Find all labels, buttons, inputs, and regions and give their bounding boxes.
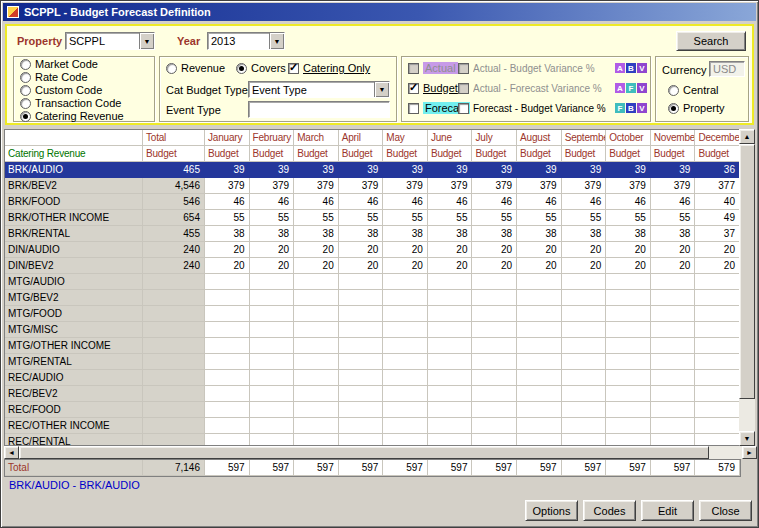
checkbox-actual-budget-variance[interactable]: Actual - Budget Variance %ABV (458, 58, 647, 78)
month-cell: 46 (205, 194, 250, 210)
vertical-scrollbar[interactable]: ▲ ▼ (739, 129, 755, 446)
table-row-mtg-audio[interactable]: MTG/AUDIO (5, 274, 740, 290)
month-cell (606, 322, 651, 338)
month-cell (294, 354, 339, 370)
month-cell (695, 386, 740, 402)
month-cell: 20 (517, 242, 562, 258)
vertical-scroll-thumb[interactable] (739, 144, 755, 399)
radio-revenue[interactable]: Revenue (166, 62, 225, 74)
month-cell (472, 370, 517, 386)
table-row-rec-rental[interactable]: REC/RENTAL (5, 434, 740, 446)
search-button[interactable]: Search (676, 31, 746, 51)
month-cell (428, 354, 473, 370)
month-cell (695, 354, 740, 370)
month-cell: 39 (517, 162, 562, 178)
radio-transaction-code[interactable]: Transaction Code (14, 97, 154, 109)
column-header-april: April (339, 130, 384, 146)
month-cell: 20 (562, 258, 607, 274)
month-cell (517, 290, 562, 306)
total-cell (143, 354, 205, 370)
column-header-october: October (606, 130, 651, 146)
scroll-down-button[interactable]: ▼ (739, 431, 755, 446)
radio-catering-revenue[interactable]: Catering Revenue (14, 110, 154, 122)
scroll-right-button[interactable]: ► (742, 446, 757, 459)
table-row-mtg-misc[interactable]: MTG/MISC (5, 322, 740, 338)
month-cell: 46 (250, 194, 295, 210)
table-row-brk-other-income[interactable]: BRK/OTHER INCOME654555555555555555555555… (5, 210, 740, 226)
currency-field: USD (709, 61, 745, 77)
radio-icon (668, 85, 679, 96)
radio-central[interactable]: Central (668, 84, 718, 96)
currency-value: USD (713, 63, 736, 75)
month-cell: 20 (472, 242, 517, 258)
legend-badges: AFV (615, 83, 647, 93)
table-row-rec-bev2[interactable]: REC/BEV2 (5, 386, 740, 402)
checkbox-actual[interactable]: Actual (408, 62, 458, 74)
subheader-budget: Budget (428, 146, 473, 162)
chevron-down-icon[interactable]: ▼ (269, 33, 284, 49)
horizontal-scroll-thumb[interactable] (19, 446, 709, 459)
cat-budget-type-combobox[interactable]: Event Type ▼ (248, 81, 390, 98)
close-button[interactable]: Close (699, 500, 752, 521)
subheader-budget: Budget (294, 146, 339, 162)
month-cell (517, 370, 562, 386)
property-combobox[interactable]: SCPPL ▼ (65, 32, 155, 50)
table-row-brk-food[interactable]: BRK/FOOD546464646464646464646464640 (5, 194, 740, 210)
month-cell: 20 (695, 242, 740, 258)
table-row-mtg-other-income[interactable]: MTG/OTHER INCOME (5, 338, 740, 354)
vertical-scroll-track[interactable] (739, 399, 755, 431)
table-row-brk-rental[interactable]: BRK/RENTAL455383838383838383838383837 (5, 226, 740, 242)
checkbox-actual-forecast-variance[interactable]: Actual - Forecast Variance %AFV (458, 78, 647, 98)
table-row-rec-food[interactable]: REC/FOOD (5, 402, 740, 418)
scroll-up-button[interactable]: ▲ (739, 129, 755, 144)
table-row-din-bev2[interactable]: DIN/BEV2240202020202020202020202020 (5, 258, 740, 274)
month-cell: 20 (517, 258, 562, 274)
row-label: REC/FOOD (5, 402, 143, 418)
checkbox-catering-only[interactable]: Catering Only (288, 62, 370, 74)
subheader-budget: Budget (143, 146, 205, 162)
codes-button[interactable]: Codes (583, 500, 636, 521)
table-row-mtg-rental[interactable]: MTG/RENTAL (5, 354, 740, 370)
month-cell (383, 354, 428, 370)
event-type-field[interactable] (248, 101, 390, 118)
month-cell: 55 (517, 210, 562, 226)
table-row-rec-other-income[interactable]: REC/OTHER INCOME (5, 418, 740, 434)
titlebar[interactable]: SCPPL - Budget Forecast Definition (3, 3, 756, 21)
total-cell (143, 434, 205, 446)
month-cell: 39 (472, 162, 517, 178)
chevron-down-icon[interactable]: ▼ (139, 33, 154, 49)
month-cell (606, 402, 651, 418)
table-row-din-audio[interactable]: DIN/AUDIO240202020202020202020202020 (5, 242, 740, 258)
edit-button[interactable]: Edit (641, 500, 694, 521)
corner-header: Catering Revenue (5, 146, 143, 162)
month-cell (205, 338, 250, 354)
month-cell: 379 (250, 178, 295, 194)
month-cell (205, 274, 250, 290)
options-button[interactable]: Options (525, 500, 578, 521)
total-row: Total7,146597597597597597597597597597597… (4, 459, 741, 477)
radio-custom-code[interactable]: Custom Code (14, 84, 154, 96)
radio-property[interactable]: Property (668, 102, 725, 114)
month-cell (250, 354, 295, 370)
radio-market-code[interactable]: Market Code (14, 58, 154, 70)
radio-rate-code[interactable]: Rate Code (14, 71, 154, 83)
month-cell (383, 274, 428, 290)
month-cell (562, 322, 607, 338)
month-cell (606, 290, 651, 306)
table-row-brk-audio[interactable]: BRK/AUDIO465393939393939393939393936 (5, 162, 740, 178)
chevron-down-icon[interactable]: ▼ (374, 82, 389, 97)
table-row-rec-audio[interactable]: REC/AUDIO (5, 370, 740, 386)
month-cell (250, 306, 295, 322)
month-cell: 379 (294, 178, 339, 194)
table-row-mtg-bev2[interactable]: MTG/BEV2 (5, 290, 740, 306)
scroll-left-button[interactable]: ◄ (4, 446, 19, 459)
grand-total-month-cell: 597 (472, 460, 517, 476)
horizontal-scrollbar[interactable]: ◄ ► (4, 446, 757, 459)
year-combobox[interactable]: 2013 ▼ (207, 32, 285, 50)
horizontal-scroll-track[interactable] (709, 446, 742, 459)
checkbox-budget[interactable]: Budget (408, 82, 458, 94)
table-row-brk-bev2[interactable]: BRK/BEV24,546379379379379379379379379379… (5, 178, 740, 194)
checkbox-forecast-budget-variance[interactable]: Forecast - Budget Variance %FBV (458, 98, 647, 118)
table-row-mtg-food[interactable]: MTG/FOOD (5, 306, 740, 322)
radio-covers[interactable]: Covers (236, 62, 286, 74)
